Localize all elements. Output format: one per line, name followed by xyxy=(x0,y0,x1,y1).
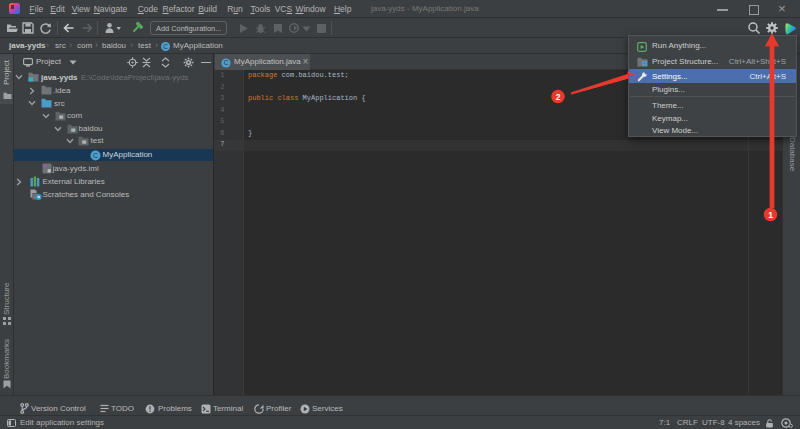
svg-text:2: 2 xyxy=(556,92,561,102)
svg-text:1: 1 xyxy=(768,210,773,220)
